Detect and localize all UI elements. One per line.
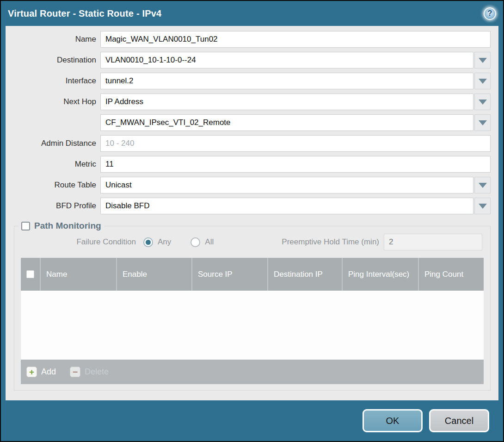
plus-icon: + [26,367,37,377]
dialog-content: Name Destination Interface Next Hop [6,26,498,400]
radio-any-label: Any [158,237,171,247]
radio-option-any[interactable]: Any [143,237,171,247]
route-table-dropdown-button[interactable] [474,177,491,193]
column-header-enable[interactable]: Enable [116,258,191,291]
select-all-checkbox[interactable] [26,270,34,278]
path-monitoring-label: Path Monitoring [34,221,101,231]
path-monitoring-table: Name Enable Source IP Destination IP Pin… [21,258,484,384]
path-monitoring-checkbox[interactable] [21,222,30,230]
form-row-next-hop: Next Hop [6,93,491,110]
destination-label: Destination [6,56,100,65]
column-header-ping-interval[interactable]: Ping Interval(sec) [342,258,418,291]
chevron-down-icon [479,183,487,188]
metric-input[interactable] [100,156,491,173]
chevron-down-icon [479,204,487,209]
ok-button[interactable]: OK [363,409,423,432]
bfd-profile-input[interactable] [100,198,473,214]
add-button[interactable]: + Add [26,367,56,377]
radio-any-icon[interactable] [143,237,153,247]
bfd-profile-label: BFD Profile [6,201,100,211]
minus-icon: − [70,367,80,377]
next-hop-value-dropdown-button[interactable] [474,114,491,131]
interface-input[interactable] [100,73,473,89]
chevron-down-icon [479,58,487,63]
preemptive-hold-time-label: Preemptive Hold Time (min) [282,237,384,247]
preemptive-hold-time: Preemptive Hold Time (min) [282,234,482,250]
destination-dropdown-button[interactable] [474,52,491,68]
bfd-profile-dropdown-button[interactable] [474,198,491,214]
form-row-admin-distance: Admin Distance [6,135,491,152]
next-hop-value-input[interactable] [100,114,473,131]
chevron-down-icon [479,100,487,105]
form-row-bfd-profile: BFD Profile [6,198,491,214]
column-header-ping-count[interactable]: Ping Count [418,258,484,291]
next-hop-type-input[interactable] [100,93,473,110]
column-header-name[interactable]: Name [40,258,116,291]
titlebar: Virtual Router - Static Route - IPv4 ? [1,1,503,26]
form-row-name: Name [6,31,491,48]
table-header-row: Name Enable Source IP Destination IP Pin… [21,258,484,291]
admin-distance-input[interactable] [100,135,491,152]
radio-option-all[interactable]: All [191,237,214,247]
static-route-dialog: Virtual Router - Static Route - IPv4 ? N… [0,0,504,442]
delete-button[interactable]: − Delete [70,367,109,377]
chevron-down-icon [479,79,487,84]
failure-condition-row: Failure Condition Any All Preemptive Hol… [17,234,482,250]
metric-label: Metric [6,160,100,169]
next-hop-label: Next Hop [6,97,100,106]
table-toolbar: + Add − Delete [21,360,484,384]
failure-condition-label: Failure Condition [17,237,141,247]
interface-dropdown-button[interactable] [474,73,491,89]
route-table-input[interactable] [100,177,473,193]
column-header-destination-ip[interactable]: Destination IP [267,258,342,291]
path-monitoring-legend: Path Monitoring [18,221,104,231]
form-row-interface: Interface [6,73,491,89]
chevron-down-icon [479,120,487,125]
form-row-metric: Metric [6,156,491,173]
select-all-cell [21,258,40,291]
add-button-label: Add [41,367,56,377]
preemptive-hold-time-input[interactable] [384,234,482,250]
dialog-title: Virtual Router - Static Route - IPv4 [8,8,484,19]
radio-all-label: All [205,237,214,247]
form-row-destination: Destination [6,52,491,68]
path-monitoring-section: Path Monitoring Failure Condition Any Al… [14,221,491,391]
column-header-source-ip[interactable]: Source IP [191,258,267,291]
destination-input[interactable] [100,52,473,68]
help-icon[interactable]: ? [484,7,496,20]
next-hop-type-dropdown-button[interactable] [474,93,491,110]
interface-label: Interface [6,76,100,86]
admin-distance-label: Admin Distance [6,139,100,148]
cancel-button[interactable]: Cancel [429,409,489,432]
form-row-route-table: Route Table [6,177,491,193]
radio-all-icon[interactable] [191,237,200,247]
name-label: Name [6,35,100,44]
dialog-footer: OK Cancel [1,400,503,441]
form-row-next-hop-value [6,114,491,131]
table-body-empty [21,291,484,360]
name-input[interactable] [100,31,491,48]
delete-button-label: Delete [85,367,109,377]
route-table-label: Route Table [6,181,100,190]
